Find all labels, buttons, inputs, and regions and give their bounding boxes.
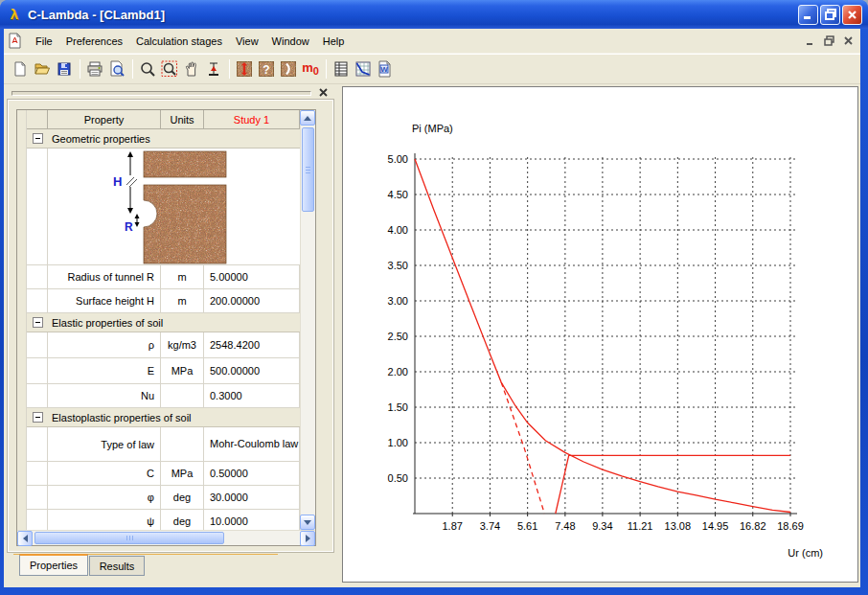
svg-text:3.00: 3.00 <box>388 295 408 307</box>
maximize-restore-button[interactable] <box>820 5 840 25</box>
svg-text:16.82: 16.82 <box>740 520 766 532</box>
zoom-region-icon[interactable] <box>159 58 180 80</box>
svg-text:9.34: 9.34 <box>592 520 612 532</box>
menu-help[interactable]: Help <box>316 33 352 50</box>
toolbar-separator <box>326 59 327 79</box>
app-icon: λ <box>6 6 23 23</box>
property-label: Radius of tunnel R <box>48 265 161 289</box>
table-row: ψ deg 10.0000 <box>27 510 300 530</box>
scroll-down-icon[interactable] <box>300 515 315 530</box>
client-area: File Preferences Calculation stages View… <box>4 29 860 587</box>
r-dimension-label: R <box>125 220 133 234</box>
panel-gripper[interactable] <box>11 91 311 96</box>
mdi-minimize-icon[interactable] <box>802 34 818 48</box>
scroll-left-icon[interactable] <box>17 531 33 546</box>
svg-text:4.50: 4.50 <box>388 189 408 200</box>
panel-close-icon[interactable] <box>316 85 330 99</box>
horizontal-scrollbar[interactable] <box>17 530 315 545</box>
title-bar: λ C-Lambda - [CLambd1] <box>0 0 868 29</box>
value-cell[interactable]: 5.00000 <box>204 265 300 289</box>
property-label: C <box>48 462 161 486</box>
properties-panel: Property Units Study 1 Geometric propert… <box>8 100 333 552</box>
measure-icon[interactable] <box>203 58 224 80</box>
menu-calculation-stages[interactable]: Calculation stages <box>129 33 229 50</box>
menu-view[interactable]: View <box>229 33 265 50</box>
chart-grid-icon[interactable] <box>353 58 374 80</box>
svg-text:?: ? <box>263 63 269 77</box>
menu-file[interactable]: File <box>29 33 59 50</box>
zoom-icon[interactable] <box>137 58 158 80</box>
column-header-study: Study 1 <box>204 110 300 129</box>
svg-text:5.00: 5.00 <box>388 153 408 165</box>
mdi-document-icon[interactable] <box>7 33 23 49</box>
new-icon[interactable] <box>10 58 31 80</box>
units-cell: deg <box>161 486 204 510</box>
property-label: φ <box>48 486 161 510</box>
tab-results[interactable]: Results <box>89 556 145 576</box>
collapse-icon[interactable] <box>33 133 43 144</box>
h-dimension-label: H <box>113 174 122 189</box>
chart-area: 5.004.504.003.503.002.502.001.501.000.50… <box>342 86 858 583</box>
svg-text:Pi (MPa): Pi (MPa) <box>412 123 453 134</box>
value-cell[interactable]: 30.0000 <box>204 486 300 510</box>
tunnel-help-icon[interactable]: ? <box>256 58 277 80</box>
group-row-geometric: Geometric properties <box>27 129 300 149</box>
scroll-right-icon[interactable] <box>300 531 315 546</box>
property-label: Surface height H <box>48 289 161 313</box>
property-label: ψ <box>48 510 161 530</box>
convergence-confinement-chart: 5.004.504.003.503.002.502.001.501.000.50… <box>343 87 857 582</box>
value-cell[interactable]: 0.3000 <box>204 384 300 408</box>
value-cell[interactable]: 200.00000 <box>204 289 300 313</box>
svg-text:2.00: 2.00 <box>388 366 408 378</box>
svg-text:2.50: 2.50 <box>388 331 408 342</box>
vertical-scroll-thumb[interactable] <box>302 127 314 212</box>
property-label: ρ <box>48 332 161 358</box>
tab-properties[interactable]: Properties <box>19 554 88 576</box>
collapse-icon[interactable] <box>33 412 43 423</box>
tunnel-curve-icon[interactable] <box>278 58 299 80</box>
table-row: φ deg 30.0000 <box>27 486 300 510</box>
scroll-up-icon[interactable] <box>300 110 315 126</box>
units-cell: m <box>161 265 204 289</box>
table-row: ρ kg/m3 2548.4200 <box>27 332 300 358</box>
vertical-scrollbar[interactable] <box>300 110 315 530</box>
toolbar-separator <box>132 59 133 79</box>
minimize-button[interactable] <box>798 5 818 25</box>
units-cell: MPa <box>161 358 204 384</box>
value-cell[interactable]: Mohr-Coulomb law <box>204 427 300 462</box>
property-label: E <box>48 358 161 384</box>
print-icon[interactable] <box>84 58 105 80</box>
collapse-icon[interactable] <box>33 317 43 328</box>
value-cell[interactable]: 500.00000 <box>204 358 300 384</box>
print-preview-icon[interactable] <box>106 58 127 80</box>
mdi-close-icon[interactable] <box>840 34 857 48</box>
word-export-icon[interactable]: W <box>375 58 396 80</box>
value-cell[interactable]: 0.50000 <box>204 462 300 486</box>
property-label: Type of law <box>48 427 161 462</box>
column-header-units: Units <box>161 110 204 129</box>
close-button[interactable] <box>842 5 862 25</box>
save-icon[interactable] <box>54 58 75 80</box>
table-row: E MPa 500.00000 <box>27 358 300 384</box>
table-icon[interactable] <box>331 58 352 80</box>
value-cell[interactable]: 10.0000 <box>204 510 300 530</box>
pan-icon[interactable] <box>181 58 202 80</box>
m0-icon[interactable]: m0 <box>300 58 321 80</box>
property-label: Nu <box>48 384 161 408</box>
svg-text:1.87: 1.87 <box>443 520 463 532</box>
svg-text:11.21: 11.21 <box>628 520 653 532</box>
toolbar-separator <box>80 59 80 79</box>
svg-text:5.61: 5.61 <box>517 520 537 532</box>
mdi-restore-icon[interactable] <box>821 34 837 48</box>
svg-text:7.48: 7.48 <box>555 520 575 532</box>
svg-text:1.50: 1.50 <box>388 401 408 413</box>
value-cell[interactable]: 2548.4200 <box>204 332 300 358</box>
menu-window[interactable]: Window <box>265 33 316 50</box>
open-icon[interactable] <box>32 58 53 80</box>
menu-bar: File Preferences Calculation stages View… <box>4 29 860 54</box>
horizontal-scroll-thumb[interactable] <box>34 532 224 544</box>
tunnel-geometry-diagram: H R <box>107 149 261 265</box>
tunnel-deformation-icon[interactable] <box>234 58 255 80</box>
menu-preferences[interactable]: Preferences <box>59 33 129 50</box>
svg-text:4.00: 4.00 <box>388 224 408 236</box>
